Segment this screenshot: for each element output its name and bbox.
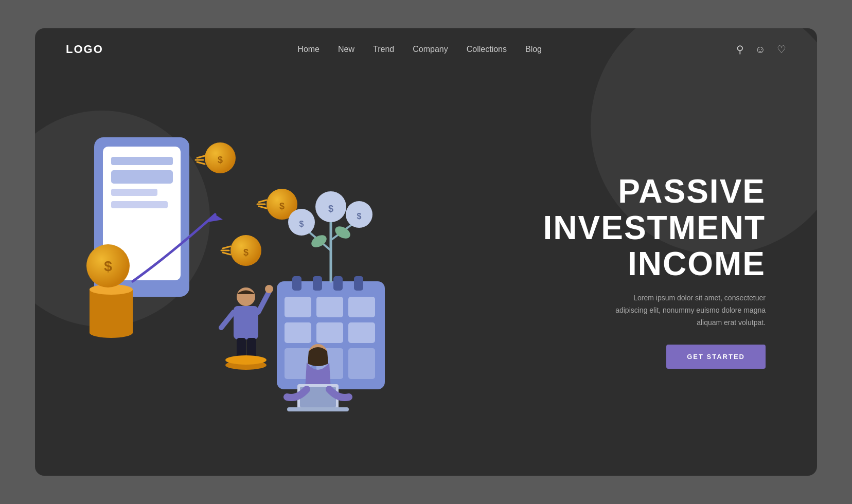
nav-link-new[interactable]: New xyxy=(338,45,354,53)
page-container: LOGO Home New Trend Company Collections … xyxy=(35,28,817,476)
svg-rect-36 xyxy=(313,276,322,291)
svg-text:$: $ xyxy=(299,220,304,228)
hero-title-line3: INCOME xyxy=(628,245,766,282)
svg-rect-5 xyxy=(111,201,168,208)
nav-link-trend[interactable]: Trend xyxy=(373,45,394,53)
svg-point-59 xyxy=(237,287,255,306)
svg-line-23 xyxy=(197,162,205,164)
navbar: LOGO Home New Trend Company Collections … xyxy=(35,28,817,70)
nav-link-company[interactable]: Company xyxy=(413,45,448,53)
svg-rect-60 xyxy=(234,306,258,339)
heart-icon[interactable]: ♡ xyxy=(777,43,786,56)
main-content: $ $ $ $ xyxy=(35,70,817,472)
hero-title: PASSIVE INVESTMENT INCOME xyxy=(543,173,766,282)
svg-line-28 xyxy=(259,206,267,208)
svg-text:$: $ xyxy=(218,155,223,165)
svg-rect-3 xyxy=(111,170,173,184)
svg-line-26 xyxy=(259,200,267,202)
svg-rect-44 xyxy=(348,322,375,343)
svg-rect-38 xyxy=(354,276,363,291)
svg-rect-47 xyxy=(348,348,375,379)
svg-line-61 xyxy=(221,312,234,328)
svg-text:$: $ xyxy=(243,247,248,258)
svg-line-33 xyxy=(223,253,230,255)
svg-text:$: $ xyxy=(104,258,112,274)
nav-item-company[interactable]: Company xyxy=(413,45,448,54)
nav-links: Home New Trend Company Collections Blog xyxy=(297,45,542,54)
svg-rect-39 xyxy=(285,297,311,317)
right-content: PASSIVE INVESTMENT INCOME Lorem ipsum do… xyxy=(426,173,786,369)
nav-item-blog[interactable]: Blog xyxy=(525,45,542,54)
svg-rect-42 xyxy=(285,322,311,343)
svg-text:$: $ xyxy=(279,201,285,211)
svg-rect-37 xyxy=(333,276,343,291)
svg-rect-4 xyxy=(111,189,157,196)
svg-point-63 xyxy=(265,285,273,293)
illustration-area: $ $ $ $ xyxy=(66,112,426,430)
search-icon[interactable]: ⚲ xyxy=(736,43,744,56)
nav-link-blog[interactable]: Blog xyxy=(525,45,542,53)
svg-point-69 xyxy=(225,355,267,365)
svg-rect-43 xyxy=(316,322,343,343)
hero-subtitle: Lorem ipsum dolor sit amet, consectetuer… xyxy=(611,292,766,329)
cta-button[interactable]: GET STARTED xyxy=(666,345,766,369)
nav-link-collections[interactable]: Collections xyxy=(467,45,507,53)
svg-rect-35 xyxy=(292,276,301,291)
nav-item-trend[interactable]: Trend xyxy=(373,45,394,54)
nav-item-home[interactable]: Home xyxy=(297,45,319,54)
svg-line-31 xyxy=(223,246,230,248)
svg-rect-2 xyxy=(111,157,173,165)
svg-line-62 xyxy=(258,292,269,312)
svg-rect-73 xyxy=(287,407,349,411)
logo[interactable]: LOGO xyxy=(66,43,103,56)
svg-line-21 xyxy=(197,156,205,158)
hero-title-line2: INVESTMENT xyxy=(543,209,766,246)
nav-item-collections[interactable]: Collections xyxy=(467,45,507,54)
nav-link-home[interactable]: Home xyxy=(297,45,319,53)
user-icon[interactable]: ☺ xyxy=(755,44,766,56)
illustration-svg: $ $ $ $ xyxy=(66,112,426,430)
svg-rect-40 xyxy=(316,297,343,317)
svg-text:$: $ xyxy=(328,204,333,214)
svg-text:$: $ xyxy=(357,212,362,221)
hero-title-line1: PASSIVE xyxy=(618,173,766,210)
nav-item-new[interactable]: New xyxy=(338,45,354,54)
svg-rect-41 xyxy=(348,297,375,317)
svg-rect-14 xyxy=(90,290,133,333)
nav-icons: ⚲ ☺ ♡ xyxy=(736,43,786,56)
